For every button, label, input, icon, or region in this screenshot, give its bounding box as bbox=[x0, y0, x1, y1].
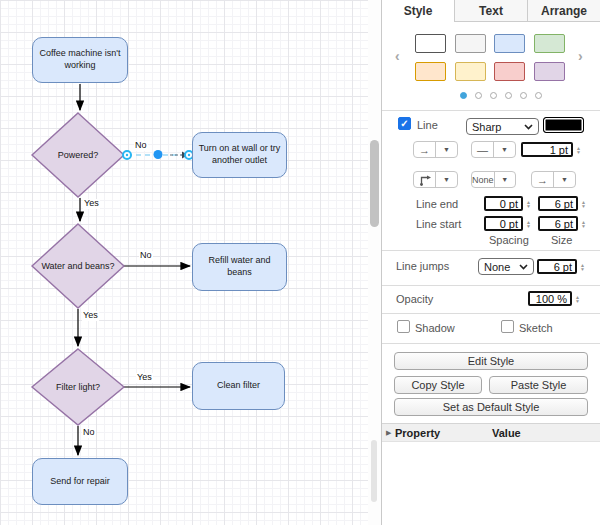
style-swatch-gray[interactable] bbox=[455, 34, 486, 53]
format-panel: Style Text Arrange ‹ › ✓ Line Sha bbox=[381, 0, 600, 525]
stepper-down-icon[interactable]: ▼ bbox=[581, 204, 586, 208]
style-swatch-red[interactable] bbox=[494, 62, 525, 81]
line-end-size-stepper[interactable]: ▲▼ bbox=[579, 196, 588, 211]
opacity-label: Opacity bbox=[396, 293, 433, 305]
stepper-down-icon[interactable]: ▼ bbox=[576, 150, 581, 154]
stepper-down-icon[interactable]: ▼ bbox=[526, 224, 531, 228]
dropdown-caret-icon[interactable]: ▼ bbox=[554, 172, 575, 187]
canvas-scrollbar-track[interactable] bbox=[368, 0, 381, 525]
line-end-label: Line end bbox=[416, 198, 458, 210]
line-jumps-select[interactable]: None bbox=[478, 258, 534, 275]
edge-endpoint-handle-source[interactable] bbox=[123, 151, 131, 159]
edge-label-no[interactable]: No bbox=[134, 141, 148, 151]
node-refill-water[interactable]: Refill water and beans bbox=[192, 243, 287, 291]
pagination-dot[interactable] bbox=[505, 92, 512, 99]
line-checkbox[interactable]: ✓ bbox=[398, 117, 411, 130]
stepper-down-icon[interactable]: ▼ bbox=[526, 204, 531, 208]
node-clean-filter[interactable]: Clean filter bbox=[192, 362, 285, 410]
tab-text[interactable]: Text bbox=[454, 0, 527, 22]
set-default-style-button[interactable]: Set as Default Style bbox=[394, 398, 588, 416]
line-start-arrow-button[interactable]: → ▼ bbox=[413, 141, 458, 158]
edge-label-yes[interactable]: Yes bbox=[82, 311, 99, 321]
line-jumps-label: Line jumps bbox=[396, 260, 449, 272]
line-jumps-size-stepper[interactable]: ▲▼ bbox=[578, 259, 587, 274]
node-label: Send for repair bbox=[50, 476, 110, 488]
format-tabs: Style Text Arrange bbox=[382, 0, 600, 22]
property-column-header: Property bbox=[395, 427, 440, 439]
style-swatch-yellow[interactable] bbox=[455, 62, 486, 81]
dropdown-caret-icon[interactable]: ▼ bbox=[436, 142, 457, 157]
pagination-dot[interactable] bbox=[520, 92, 527, 99]
property-table-header[interactable]: ▶ Property Value bbox=[382, 423, 600, 442]
line-color-button[interactable] bbox=[543, 117, 584, 133]
edge-label-yes[interactable]: Yes bbox=[83, 199, 100, 209]
line-style-select[interactable]: Sharp bbox=[466, 118, 539, 135]
opacity-stepper[interactable]: ▲▼ bbox=[573, 291, 582, 306]
edge-label-yes[interactable]: Yes bbox=[136, 373, 153, 383]
edge-label-no[interactable]: No bbox=[82, 428, 96, 438]
style-swatch-orange[interactable] bbox=[415, 62, 446, 81]
line-start-spacing-stepper[interactable]: ▲▼ bbox=[524, 216, 533, 231]
size-label: Size bbox=[551, 234, 572, 246]
node-label: Refill water and beans bbox=[197, 255, 282, 278]
value-column-header: Value bbox=[492, 427, 521, 439]
line-pattern-button[interactable]: — ▼ bbox=[471, 141, 516, 158]
line-end-spacing-stepper[interactable]: ▲▼ bbox=[524, 196, 533, 211]
line-start-spacing-input[interactable]: 0 pt bbox=[484, 216, 523, 231]
disclosure-triangle-icon[interactable]: ▶ bbox=[386, 429, 391, 437]
line-end-spacing-input[interactable]: 0 pt bbox=[484, 196, 523, 211]
arrow-right-icon: → bbox=[532, 172, 554, 187]
node-coffee-machine[interactable]: Coffee machine isn't working bbox=[32, 37, 128, 83]
pagination-dot[interactable] bbox=[535, 92, 542, 99]
pagination-dot[interactable] bbox=[475, 92, 482, 99]
connector-none-button[interactable]: None ▼ bbox=[471, 171, 516, 188]
dropdown-caret-icon[interactable]: ▼ bbox=[495, 172, 515, 187]
diagram-canvas[interactable]: Coffee machine isn't working Turn on at … bbox=[0, 0, 368, 525]
sketch-label: Sketch bbox=[519, 322, 553, 334]
dropdown-caret-icon[interactable]: ▼ bbox=[436, 172, 457, 187]
sketch-checkbox[interactable] bbox=[501, 320, 514, 333]
pagination-dot[interactable] bbox=[460, 92, 467, 99]
line-jumps-size-input[interactable]: 6 pt bbox=[537, 259, 577, 274]
swatch-next-icon[interactable]: › bbox=[578, 50, 583, 62]
style-swatch-white[interactable] bbox=[415, 34, 446, 53]
shadow-checkbox[interactable] bbox=[397, 320, 410, 333]
connector-none-label: None bbox=[472, 172, 495, 187]
node-turn-on-wall[interactable]: Turn on at wall or try another outlet bbox=[192, 132, 287, 178]
copy-style-button[interactable]: Copy Style bbox=[394, 376, 482, 394]
line-end-size-input[interactable]: 6 pt bbox=[538, 196, 578, 211]
edit-style-button[interactable]: Edit Style bbox=[394, 352, 588, 370]
opacity-input[interactable]: 100 % bbox=[528, 291, 572, 306]
select-chevron-icon bbox=[519, 264, 528, 270]
stepper-down-icon[interactable]: ▼ bbox=[580, 267, 585, 271]
edge-midpoint-handle[interactable] bbox=[154, 150, 163, 159]
line-width-stepper[interactable]: ▲ ▼ bbox=[574, 142, 583, 157]
swatch-prev-icon[interactable]: ‹ bbox=[395, 50, 400, 62]
tab-style[interactable]: Style bbox=[382, 0, 454, 22]
swatch-pagination bbox=[460, 92, 542, 99]
style-swatch-purple[interactable] bbox=[534, 62, 565, 81]
stepper-down-icon[interactable]: ▼ bbox=[575, 299, 580, 303]
paste-style-button[interactable]: Paste Style bbox=[489, 376, 588, 394]
dropdown-caret-icon[interactable]: ▼ bbox=[494, 142, 515, 157]
line-start-size-stepper[interactable]: ▲▼ bbox=[579, 216, 588, 231]
node-label: Clean filter bbox=[217, 380, 260, 392]
node-send-repair[interactable]: Send for repair bbox=[32, 458, 128, 505]
canvas-scrollbar-thumb[interactable] bbox=[370, 140, 379, 227]
waypoint-style-button[interactable]: ▼ bbox=[413, 171, 458, 188]
spacing-label: Spacing bbox=[489, 234, 529, 246]
stepper-down-icon[interactable]: ▼ bbox=[581, 224, 586, 228]
edge-label-no[interactable]: No bbox=[139, 251, 153, 261]
pagination-dot[interactable] bbox=[490, 92, 497, 99]
shadow-label: Shadow bbox=[415, 322, 455, 334]
style-swatch-green[interactable] bbox=[534, 34, 565, 53]
style-swatch-blue[interactable] bbox=[494, 34, 525, 53]
line-end-arrow-button[interactable]: → ▼ bbox=[531, 171, 576, 188]
panel-scrollbar-thumb[interactable] bbox=[371, 440, 377, 502]
arrow-right-icon: → bbox=[414, 142, 436, 157]
tab-arrange[interactable]: Arrange bbox=[527, 0, 600, 22]
checkmark-icon: ✓ bbox=[400, 118, 408, 129]
elbow-connector-icon bbox=[414, 172, 436, 187]
line-width-input[interactable]: 1 pt bbox=[521, 142, 573, 157]
line-start-size-input[interactable]: 6 pt bbox=[538, 216, 578, 231]
